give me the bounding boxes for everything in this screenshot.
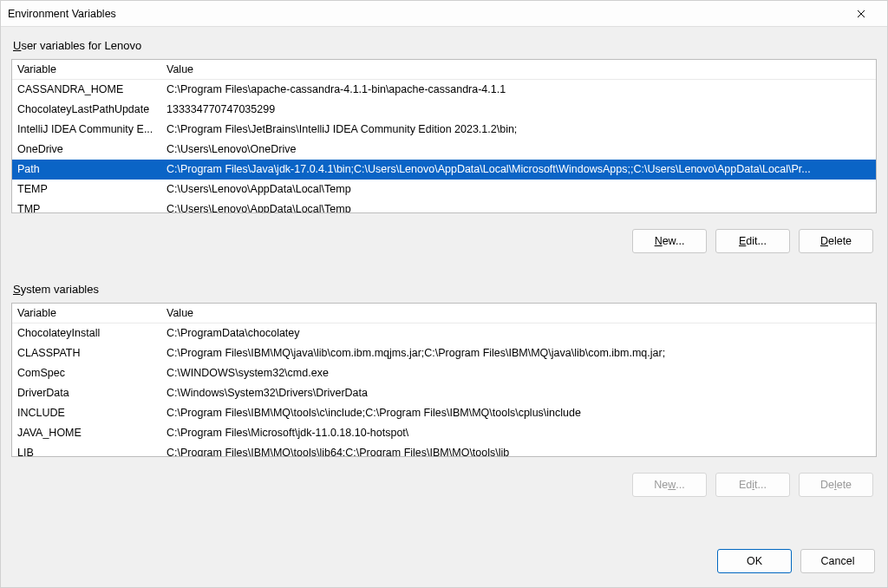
system-row[interactable]: INCLUDEC:\Program Files\IBM\MQ\tools\c\i… [12, 403, 876, 423]
system-row-name: CLASSPATH [12, 343, 161, 363]
user-row-name: ChocolateyLastPathUpdate [12, 100, 161, 120]
user-row-value: 133334770747035299 [161, 100, 876, 120]
user-row-name: OneDrive [12, 140, 161, 160]
env-vars-dialog: Environment Variables User variables for… [0, 0, 888, 588]
user-row[interactable]: TMPC:\Users\Lenovo\AppData\Local\Temp [12, 199, 876, 212]
system-row-name: JAVA_HOME [12, 423, 161, 443]
system-new-button[interactable]: New... [632, 473, 707, 497]
user-row-value: C:\Program Files\apache-cassandra-4.1.1-… [161, 80, 876, 101]
system-vars-label: System variables [11, 283, 877, 296]
user-row-name: CASSANDRA_HOME [12, 80, 161, 101]
system-row-name: ComSpec [12, 363, 161, 383]
system-row-name: DriverData [12, 383, 161, 403]
user-row[interactable]: TEMPC:\Users\Lenovo\AppData\Local\Temp [12, 180, 876, 199]
user-row-value: C:\Program Files\Java\jdk-17.0.4.1\bin;C… [161, 160, 876, 180]
close-icon [857, 10, 865, 18]
user-new-button[interactable]: New... [632, 229, 707, 253]
user-row-value: C:\Program Files\JetBrains\IntelliJ IDEA… [161, 120, 876, 140]
user-vars-label: User variables for Lenovo [11, 39, 877, 52]
user-col-variable[interactable]: Variable [12, 60, 161, 80]
sys-col-variable[interactable]: Variable [12, 304, 161, 323]
system-row-value: C:\ProgramData\chocolatey [161, 323, 876, 344]
user-row[interactable]: PathC:\Program Files\Java\jdk-17.0.4.1\b… [12, 160, 876, 180]
user-row-name: TMP [12, 199, 161, 212]
system-row[interactable]: ComSpecC:\WINDOWS\system32\cmd.exe [12, 363, 876, 383]
system-row-name: ChocolateyInstall [12, 323, 161, 344]
dialog-body: User variables for Lenovo Variable Value… [1, 27, 887, 542]
user-buttons: New... Edit... Delete [11, 219, 877, 257]
window-title: Environment Variables [8, 8, 842, 20]
sys-col-value[interactable]: Value [161, 304, 876, 323]
user-row-name: IntelliJ IDEA Community E... [12, 120, 161, 140]
system-vars-list[interactable]: Variable Value ChocolateyInstallC:\Progr… [11, 303, 877, 457]
user-row-value: C:\Users\Lenovo\AppData\Local\Temp [161, 180, 876, 199]
user-edit-button[interactable]: Edit... [715, 229, 790, 253]
dialog-footer: OK Cancel [1, 542, 887, 587]
cancel-button[interactable]: Cancel [800, 549, 875, 573]
user-row-name: Path [12, 160, 161, 180]
user-row-value: C:\Users\Lenovo\AppData\Local\Temp [161, 199, 876, 212]
user-col-value[interactable]: Value [161, 60, 876, 80]
user-row[interactable]: CASSANDRA_HOMEC:\Program Files\apache-ca… [12, 80, 876, 101]
user-row-value: C:\Users\Lenovo\OneDrive [161, 140, 876, 160]
user-delete-button[interactable]: Delete [799, 229, 873, 253]
user-row-name: TEMP [12, 180, 161, 199]
user-row[interactable]: OneDriveC:\Users\Lenovo\OneDrive [12, 140, 876, 160]
system-row-value: C:\WINDOWS\system32\cmd.exe [161, 363, 876, 383]
titlebar: Environment Variables [1, 1, 887, 27]
system-row[interactable]: DriverDataC:\Windows\System32\Drivers\Dr… [12, 383, 876, 403]
system-row-value: C:\Program Files\IBM\MQ\tools\lib64;C:\P… [161, 443, 876, 456]
close-button[interactable] [842, 1, 880, 27]
system-row-value: C:\Program Files\IBM\MQ\java\lib\com.ibm… [161, 343, 876, 363]
system-row-name: LIB [12, 443, 161, 456]
system-delete-button[interactable]: Delete [799, 473, 873, 497]
user-vars-list[interactable]: Variable Value CASSANDRA_HOMEC:\Program … [11, 59, 877, 213]
user-row[interactable]: ChocolateyLastPathUpdate1333347707470352… [12, 100, 876, 120]
system-row[interactable]: ChocolateyInstallC:\ProgramData\chocolat… [12, 323, 876, 344]
system-edit-button[interactable]: Edit... [715, 473, 790, 497]
system-row-value: C:\Windows\System32\Drivers\DriverData [161, 383, 876, 403]
user-row[interactable]: IntelliJ IDEA Community E...C:\Program F… [12, 120, 876, 140]
system-row-name: INCLUDE [12, 403, 161, 423]
system-row-value: C:\Program Files\Microsoft\jdk-11.0.18.1… [161, 423, 876, 443]
system-row[interactable]: JAVA_HOMEC:\Program Files\Microsoft\jdk-… [12, 423, 876, 443]
ok-button[interactable]: OK [717, 549, 792, 573]
system-buttons: New... Edit... Delete [11, 462, 877, 500]
system-row[interactable]: LIBC:\Program Files\IBM\MQ\tools\lib64;C… [12, 443, 876, 456]
system-row[interactable]: CLASSPATHC:\Program Files\IBM\MQ\java\li… [12, 343, 876, 363]
system-row-value: C:\Program Files\IBM\MQ\tools\c\include;… [161, 403, 876, 423]
